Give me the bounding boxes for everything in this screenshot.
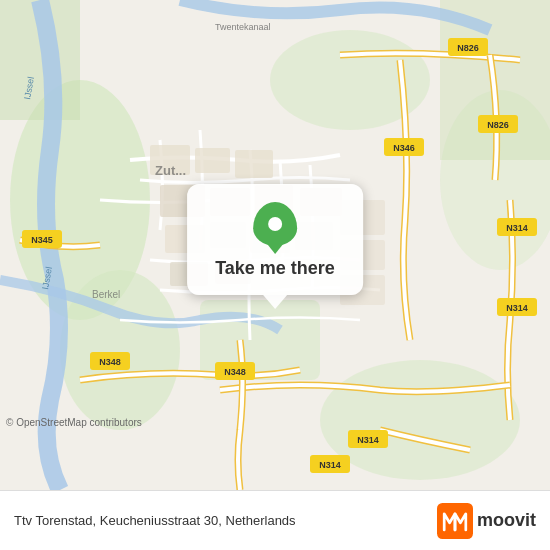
osm-credit: © OpenStreetMap contributors	[6, 417, 142, 428]
svg-text:N346: N346	[393, 143, 415, 153]
svg-rect-10	[195, 148, 230, 173]
map-container: N826 N826 N346 N314 N314 N314 N348 N348 …	[0, 0, 550, 490]
svg-text:N345: N345	[31, 235, 53, 245]
svg-rect-11	[235, 150, 273, 178]
popup-bubble: Take me there	[187, 184, 363, 295]
moovit-text: moovit	[477, 510, 536, 531]
moovit-logo: moovit	[437, 503, 536, 539]
svg-text:N826: N826	[457, 43, 479, 53]
svg-text:N348: N348	[224, 367, 246, 377]
location-pin-icon	[253, 202, 297, 246]
moovit-icon	[437, 503, 473, 539]
svg-text:N314: N314	[319, 460, 341, 470]
pin-dot	[268, 217, 282, 231]
svg-text:Zut...: Zut...	[155, 163, 186, 178]
svg-text:N826: N826	[487, 120, 509, 130]
svg-text:N314: N314	[357, 435, 379, 445]
svg-text:Berkel: Berkel	[92, 289, 120, 300]
take-me-there-button[interactable]: Take me there	[215, 256, 335, 281]
footer-address-container: Ttv Torenstad, Keucheniusstraat 30, Neth…	[14, 513, 296, 528]
popup-overlay: Take me there	[187, 184, 363, 295]
svg-text:Twentekanaal: Twentekanaal	[215, 22, 271, 32]
svg-text:N314: N314	[506, 223, 528, 233]
svg-text:N348: N348	[99, 357, 121, 367]
footer-address: Ttv Torenstad, Keucheniusstraat 30, Neth…	[14, 513, 296, 528]
svg-text:N314: N314	[506, 303, 528, 313]
footer-bar: Ttv Torenstad, Keucheniusstraat 30, Neth…	[0, 490, 550, 550]
